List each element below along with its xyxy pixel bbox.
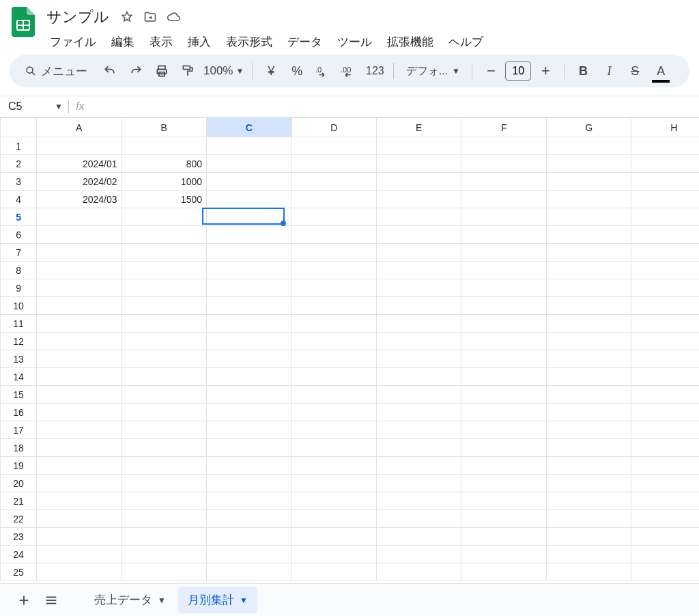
cell-F19[interactable]	[461, 457, 546, 475]
cell-G10[interactable]	[546, 297, 631, 315]
cell-E16[interactable]	[376, 404, 461, 421]
cell-H13[interactable]	[631, 350, 699, 368]
row-header-9[interactable]: 9	[1, 279, 37, 297]
cell-E21[interactable]	[376, 492, 461, 510]
cell-G4[interactable]	[546, 191, 631, 208]
cell-D21[interactable]	[291, 492, 376, 510]
cell-E25[interactable]	[376, 563, 461, 581]
cell-G14[interactable]	[546, 368, 631, 386]
sheets-logo-icon[interactable]	[10, 8, 37, 36]
cell-A8[interactable]	[37, 262, 122, 279]
cell-E9[interactable]	[376, 279, 461, 297]
cell-H10[interactable]	[631, 297, 699, 315]
menu-edit[interactable]: 編集	[105, 30, 141, 54]
cell-A11[interactable]	[37, 315, 122, 333]
cell-D3[interactable]	[291, 173, 376, 191]
column-header-G[interactable]: G	[546, 118, 631, 137]
cell-D5[interactable]	[291, 208, 376, 226]
cell-F4[interactable]	[461, 191, 546, 208]
text-color-button[interactable]: A	[651, 60, 671, 82]
cell-H16[interactable]	[631, 404, 699, 421]
cell-F2[interactable]	[461, 155, 546, 173]
cell-A23[interactable]	[37, 528, 122, 546]
cell-E7[interactable]	[376, 244, 461, 262]
cell-C24[interactable]	[207, 546, 291, 563]
cell-C23[interactable]	[207, 528, 291, 546]
cell-D12[interactable]	[291, 333, 376, 350]
cell-C22[interactable]	[207, 510, 291, 528]
row-header-22[interactable]: 22	[1, 510, 37, 528]
print-button[interactable]	[152, 60, 172, 82]
row-header-23[interactable]: 23	[1, 528, 37, 546]
cell-H12[interactable]	[631, 333, 699, 350]
cell-B22[interactable]	[122, 510, 206, 528]
paint-format-button[interactable]	[177, 60, 198, 82]
cell-H15[interactable]	[631, 386, 699, 404]
row-header-1[interactable]: 1	[1, 137, 37, 155]
cell-H20[interactable]	[631, 475, 699, 492]
cell-B8[interactable]	[122, 262, 206, 279]
cell-C18[interactable]	[207, 439, 291, 457]
cell-H11[interactable]	[631, 315, 699, 333]
menu-insert[interactable]: 挿入	[182, 30, 217, 54]
menu-help[interactable]: ヘルプ	[442, 30, 489, 54]
cell-E19[interactable]	[376, 457, 461, 475]
row-header-21[interactable]: 21	[1, 492, 37, 510]
select-all-corner[interactable]	[1, 118, 37, 137]
format-currency-button[interactable]: ¥	[261, 60, 281, 82]
cell-F18[interactable]	[461, 439, 546, 457]
row-header-5[interactable]: 5	[1, 208, 37, 226]
cell-F15[interactable]	[461, 386, 546, 404]
cell-G7[interactable]	[546, 244, 631, 262]
cell-A9[interactable]	[37, 279, 122, 297]
row-header-20[interactable]: 20	[1, 475, 37, 492]
cell-G5[interactable]	[546, 208, 631, 226]
decrease-font-size-button[interactable]: −	[481, 60, 501, 82]
cell-C4[interactable]	[207, 191, 291, 208]
cell-G11[interactable]	[546, 315, 631, 333]
cell-A19[interactable]	[37, 457, 122, 475]
sheet-tab-月別集計[interactable]: 月別集計▼	[178, 587, 257, 613]
cell-C19[interactable]	[207, 457, 291, 475]
column-header-F[interactable]: F	[461, 118, 546, 137]
cell-B18[interactable]	[122, 439, 206, 457]
undo-button[interactable]	[100, 60, 120, 82]
cell-C17[interactable]	[207, 421, 291, 439]
cell-C10[interactable]	[207, 297, 291, 315]
cell-A1[interactable]	[37, 137, 122, 155]
cell-B12[interactable]	[122, 333, 206, 350]
font-family-select[interactable]: デフォ... ▼	[402, 60, 463, 82]
increase-decimal-button[interactable]: .00	[339, 60, 359, 82]
cell-C3[interactable]	[207, 173, 291, 191]
cell-D7[interactable]	[291, 244, 376, 262]
cell-C8[interactable]	[207, 262, 291, 279]
cell-A17[interactable]	[37, 421, 122, 439]
cell-D6[interactable]	[291, 226, 376, 244]
cell-G23[interactable]	[546, 528, 631, 546]
column-header-B[interactable]: B	[122, 118, 206, 137]
cell-A20[interactable]	[37, 475, 122, 492]
cell-C11[interactable]	[207, 315, 291, 333]
column-header-E[interactable]: E	[376, 118, 461, 137]
column-header-D[interactable]: D	[291, 118, 376, 137]
cell-G20[interactable]	[546, 475, 631, 492]
cell-E14[interactable]	[376, 368, 461, 386]
cell-B15[interactable]	[122, 386, 206, 404]
cell-E1[interactable]	[376, 137, 461, 155]
cell-D13[interactable]	[291, 350, 376, 368]
cell-B14[interactable]	[122, 368, 206, 386]
cell-G8[interactable]	[546, 262, 631, 279]
cell-A24[interactable]	[37, 546, 122, 563]
add-sheet-button[interactable]	[16, 593, 31, 608]
star-icon[interactable]	[120, 10, 134, 24]
cell-C12[interactable]	[207, 333, 291, 350]
cell-D1[interactable]	[291, 137, 376, 155]
cell-F11[interactable]	[461, 315, 546, 333]
cell-E18[interactable]	[376, 439, 461, 457]
cell-C16[interactable]	[207, 404, 291, 421]
all-sheets-button[interactable]	[44, 593, 59, 608]
row-header-16[interactable]: 16	[1, 404, 37, 421]
cell-H18[interactable]	[631, 439, 699, 457]
cell-H23[interactable]	[631, 528, 699, 546]
cell-F13[interactable]	[461, 350, 546, 368]
